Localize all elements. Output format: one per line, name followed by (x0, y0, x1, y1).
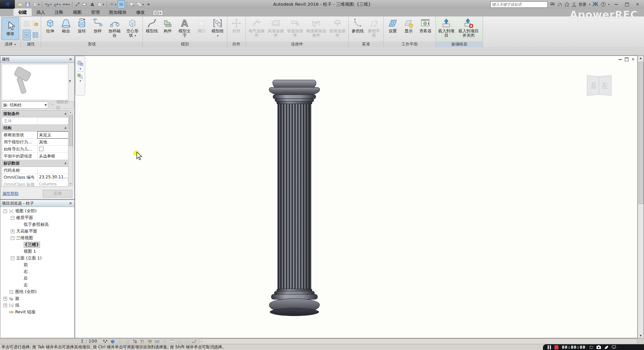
viewcube[interactable]: 后 左 (585, 74, 614, 97)
constraints-icon[interactable] (192, 339, 197, 344)
subscription-icon[interactable] (557, 2, 562, 7)
ribbon-button-旋转[interactable]: 旋转 (74, 17, 90, 34)
qat-close-hidden-icon[interactable] (129, 1, 135, 8)
temporary-hide-icon[interactable] (155, 339, 160, 344)
property-value[interactable]: 其他 (38, 139, 68, 145)
property-value[interactable] (38, 117, 68, 124)
property-value[interactable]: 从边界框 (38, 153, 68, 160)
viewcube-left-face[interactable]: 左 (599, 75, 612, 96)
apply-button[interactable]: 应用 (43, 190, 72, 198)
view-restore-icon[interactable] (625, 58, 629, 61)
tab-修改[interactable]: 修改 (131, 8, 150, 16)
properties-help-link[interactable]: 属性帮助 (2, 191, 19, 197)
ribbon-button-空心形状[interactable]: 空心形状 ▾ (124, 17, 141, 39)
qat-open-icon[interactable] (17, 1, 24, 8)
qat-save-icon[interactable] (24, 1, 31, 8)
tab-创建[interactable]: 创建 (13, 8, 32, 16)
scroll-up-icon[interactable]: ∧ (68, 110, 73, 115)
reveal-hidden-icon[interactable] (162, 339, 167, 344)
tab-插入[interactable]: 插入 (32, 8, 50, 16)
ribbon-button-放样[interactable]: 放样 (90, 17, 105, 34)
monitor-icon[interactable] (612, 345, 616, 349)
properties-toggle-icon[interactable] (23, 30, 31, 40)
visual-style-icon[interactable] (110, 339, 115, 344)
restore-button[interactable] (622, 1, 631, 7)
tab-管理[interactable]: 管理 (86, 8, 104, 16)
qat-measure-icon[interactable]: ▾ (62, 1, 70, 8)
panel-label-模型[interactable]: 模型 (143, 41, 227, 47)
tree-item-图纸 (全部)[interactable]: 图纸 (全部) (1, 288, 74, 295)
ribbon-button-模型线[interactable]: 模型线 (144, 17, 160, 34)
panel-label-属性[interactable]: 属性 (21, 41, 41, 47)
shadows-icon[interactable] (125, 339, 130, 344)
ribbon-button-拉伸[interactable]: 拉伸 (42, 17, 58, 34)
shrink-icon[interactable] (589, 345, 593, 349)
locked-3d-icon[interactable] (147, 339, 152, 344)
ribbon-button-融合[interactable]: 融合 (58, 17, 74, 34)
tree-expander-icon[interactable]: + (3, 304, 7, 307)
tree-item-右[interactable]: 右 (1, 268, 74, 275)
search-icon[interactable] (550, 2, 555, 7)
navbar-options-icon[interactable]: ◦ (83, 57, 84, 60)
favorites-star-icon[interactable] (564, 2, 570, 7)
scroll-thumb[interactable] (69, 115, 73, 146)
properties-scrollbar[interactable]: ∧ ∨ (68, 110, 73, 186)
revit-app-button[interactable] (0, 0, 15, 9)
exchange-apps-icon[interactable]: Ж (592, 1, 599, 7)
viewcube-back-face[interactable]: 后 (587, 75, 600, 96)
help-icon[interactable]: ? (601, 2, 606, 7)
tree-item-视图 1[interactable]: 视图 1 (1, 248, 74, 255)
tree-item-立面 (立面 1)[interactable]: −立面 (立面 1) (1, 255, 74, 261)
crop-view-icon[interactable] (132, 339, 137, 344)
minimize-button[interactable] (612, 1, 620, 7)
panel-label-连接件[interactable]: 连接件 (246, 41, 348, 47)
qat-thin-lines-icon[interactable] (118, 0, 125, 8)
tree-item-组[interactable]: +组 (1, 302, 74, 309)
property-value[interactable] (38, 146, 68, 152)
wheel-caret-icon[interactable]: ▾ (79, 67, 81, 70)
checkbox[interactable] (39, 147, 43, 151)
tree-item-天花板平面[interactable]: +天花板平面 (1, 228, 74, 235)
worksharing-icon[interactable] (177, 339, 182, 344)
pause-icon[interactable] (548, 345, 551, 349)
modify-button[interactable]: 修改 (1, 17, 19, 40)
family-category-icon[interactable] (23, 18, 31, 29)
properties-close-icon[interactable]: ✕ (68, 57, 73, 62)
panel-label-形状[interactable]: 形状 (41, 41, 142, 47)
tree-expander-icon[interactable]: − (3, 209, 7, 213)
signin-button[interactable]: 登录 (579, 2, 587, 7)
tab-附加模块[interactable]: 附加模块 (104, 8, 131, 16)
ribbon-button-载入到项目[interactable]: 载入到项目 (437, 17, 455, 38)
vscroll-up-icon[interactable]: ▲ (638, 56, 643, 60)
qat-switch-windows-icon[interactable]: ▾ (136, 1, 144, 8)
property-value[interactable]: Columns (38, 181, 68, 187)
drawing-canvas[interactable]: ✕ 后 左 ◦ ▾ ▾ (75, 56, 638, 338)
camera-icon[interactable] (597, 345, 601, 349)
tree-expander-icon[interactable]: − (11, 236, 14, 240)
family-params-icon[interactable] (31, 30, 39, 40)
show-crop-icon[interactable] (140, 339, 145, 344)
qat-customize-caret-icon[interactable] (145, 1, 152, 8)
vscroll-down-icon[interactable]: ▼ (638, 334, 643, 338)
qat-redo-icon[interactable]: ▾ (53, 1, 61, 8)
qat-text-icon[interactable]: A (89, 1, 96, 8)
property-section-结构[interactable]: 结构∧ (2, 125, 68, 132)
tree-expander-icon[interactable]: + (11, 230, 14, 233)
tree-item-低于参照标高[interactable]: 低于参照标高 (1, 221, 74, 228)
ribbon-button-放样融合[interactable]: 放样融合 (106, 17, 123, 38)
tree-expander-icon[interactable]: − (11, 256, 14, 260)
tree-item-{三维}[interactable]: {三维} (1, 241, 74, 248)
panel-label-基准[interactable]: 基准 (349, 41, 383, 47)
collapse-chevron-icon[interactable]: ∧ (64, 162, 67, 165)
ribbon-button-显示[interactable]: 显示 (401, 17, 416, 34)
signin-person-icon[interactable] (572, 2, 577, 7)
type-preview[interactable] (2, 64, 68, 100)
tree-item-Revit 链接[interactable]: Revit 链接 (1, 309, 74, 315)
tree-item-左[interactable]: 左 (1, 282, 74, 288)
browser-header[interactable]: 项目浏览器 - 柱子 ✕ (0, 200, 74, 207)
tree-item-视图 (全部)[interactable]: −视图 (全部) (1, 208, 74, 214)
help-caret-icon[interactable]: ▾ (608, 3, 610, 6)
ribbon-button-载入到项目并关闭[interactable]: 载入到项目并关闭 (456, 17, 481, 38)
steering-wheel-icon[interactable] (76, 60, 84, 67)
ribbon-button-构件[interactable]: 构件 (160, 17, 175, 34)
